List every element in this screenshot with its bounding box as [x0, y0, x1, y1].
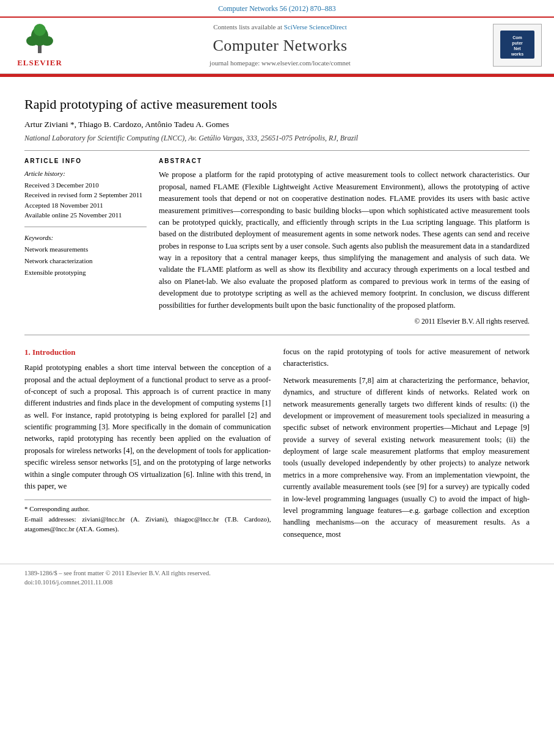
article-info-col: ARTICLE INFO Article history: Received 3… — [24, 157, 147, 326]
abstract-text: We propose a platform for the rapid prot… — [159, 169, 530, 311]
abstract-col: ABSTRACT We propose a platform for the r… — [159, 157, 530, 326]
divider-1 — [24, 150, 530, 151]
svg-text:Com: Com — [512, 35, 522, 40]
footnote-emails: E-mail addresses: ziviani@lncc.br (A. Zi… — [24, 514, 271, 534]
contents-line: Contents lists available at SciVerse Sci… — [67, 23, 493, 32]
divider-keywords — [24, 227, 147, 227]
intro-heading: 1. Introduction — [24, 346, 271, 358]
intro-para2: focus on the rapid prototyping of tools … — [283, 346, 530, 370]
keywords-label: Keywords: — [24, 233, 147, 242]
journal-reference: Computer Networks 56 (2012) 870–883 — [0, 0, 554, 16]
article-history: Article history: Received 3 December 201… — [24, 169, 147, 220]
svg-text:Net: Net — [514, 46, 521, 51]
intro-para3: Network measurements [7,8] aim at charac… — [283, 375, 530, 540]
accepted-date: Accepted 18 November 2011 — [24, 200, 147, 211]
received-date: Received 3 December 2010 — [24, 180, 147, 191]
article-info-label: ARTICLE INFO — [24, 157, 147, 165]
abstract-label: ABSTRACT — [159, 157, 530, 165]
svg-text:puter: puter — [512, 41, 523, 46]
journal-homepage: journal homepage: www.elsevier.com/locat… — [67, 59, 493, 68]
svg-point-4 — [34, 24, 46, 36]
journal-logo-right: Com puter Net works — [493, 24, 542, 67]
info-abstract-section: ARTICLE INFO Article history: Received 3… — [24, 157, 530, 326]
footnote-corresponding: * Corresponding author. — [24, 504, 271, 514]
journal-header: ELSEVIER Contents lists available at Sci… — [0, 16, 554, 74]
body-right-col: focus on the rapid prototyping of tools … — [283, 346, 530, 545]
body-left-col: 1. Introduction Rapid prototyping enable… — [24, 346, 271, 545]
journal-title: Computer Networks — [67, 35, 493, 57]
revised-date: Received in revised form 2 September 201… — [24, 190, 147, 200]
footer-doi: doi:10.1016/j.comnet.2011.11.008 — [24, 578, 530, 587]
intro-para1: Rapid prototyping enables a short time i… — [24, 362, 271, 492]
elsevier-logo: ELSEVIER — [12, 23, 67, 68]
svg-point-3 — [41, 36, 53, 46]
paper-title: Rapid prototyping of active measurement … — [24, 95, 530, 114]
journal-center: Contents lists available at SciVerse Sci… — [67, 23, 493, 68]
svg-point-2 — [26, 36, 38, 46]
footer-issn: 1389-1286/$ – see front matter © 2011 El… — [24, 569, 530, 578]
keyword-1: Network measurements — [24, 244, 147, 255]
footer: 1389-1286/$ – see front matter © 2011 El… — [0, 564, 554, 592]
main-content: Rapid prototyping of active measurement … — [0, 77, 554, 558]
history-label: Article history: — [24, 169, 147, 178]
svg-text:works: works — [511, 52, 523, 56]
footnote-area: * Corresponding author. E-mail addresses… — [24, 500, 271, 534]
copyright: © 2011 Elsevier B.V. All rights reserved… — [159, 316, 530, 326]
affiliation: National Laboratory for Scientific Compu… — [24, 133, 530, 144]
keyword-2: Network characterization — [24, 255, 147, 267]
body-columns: 1. Introduction Rapid prototyping enable… — [24, 346, 530, 545]
keyword-3: Extensible prototyping — [24, 267, 147, 278]
sciverse-link[interactable]: SciVerse ScienceDirect — [284, 23, 347, 31]
divider-2 — [24, 335, 530, 335]
available-date: Available online 25 November 2011 — [24, 210, 147, 220]
authors: Artur Ziviani *, Thiago B. Cardozo, Antô… — [24, 119, 530, 131]
body-section: 1. Introduction Rapid prototyping enable… — [24, 346, 530, 545]
